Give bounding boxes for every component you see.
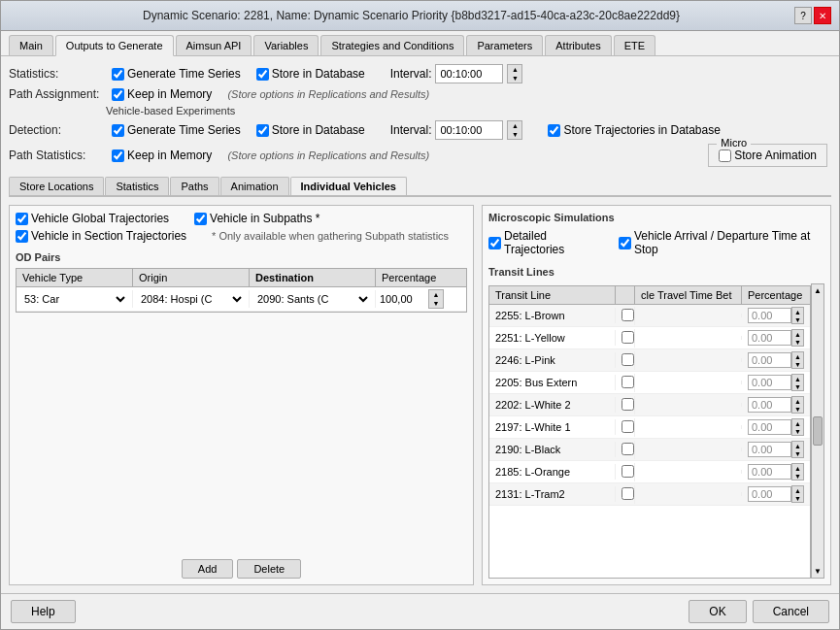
transit-spinner-7[interactable]: ▲▼: [791, 463, 804, 481]
od-th-percentage: Percentage: [376, 269, 466, 286]
od-percentage-spinner[interactable]: ▲ ▼: [428, 289, 444, 309]
generate-ts-checkbox[interactable]: [112, 68, 124, 81]
od-vehicle-select[interactable]: 53: Car: [20, 292, 128, 306]
transit-spinner-6[interactable]: ▲▼: [791, 441, 804, 458]
od-destination-select[interactable]: 2090: Sants (C: [253, 292, 371, 306]
transit-check-6[interactable]: [616, 441, 635, 459]
help-button[interactable]: Help: [11, 600, 76, 623]
transit-spinner-8[interactable]: ▲▼: [791, 485, 804, 503]
detection-interval-input[interactable]: [435, 120, 503, 140]
transit-pct-3[interactable]: ▲▼: [742, 372, 810, 393]
store-traj-checkbox[interactable]: [548, 124, 560, 137]
tab-attributes[interactable]: Attributes: [545, 35, 611, 55]
inner-tab-individual-vehicles[interactable]: Individual Vehicles: [290, 177, 407, 195]
transit-check-4[interactable]: [616, 396, 635, 414]
keep-memory-checkbox[interactable]: [112, 88, 124, 101]
ok-button[interactable]: OK: [689, 600, 746, 623]
vehicle-arrival-check[interactable]: Vehicle Arrival / Departure Time at Stop: [619, 229, 824, 256]
vehicle-section-check[interactable]: Vehicle in Section Trajectories: [16, 229, 186, 243]
transit-check-0[interactable]: [616, 307, 635, 325]
od-origin-select[interactable]: 2084: Hospi (C: [137, 292, 245, 306]
vehicle-subpaths-check[interactable]: Vehicle in Subpaths *: [194, 212, 319, 225]
transit-pct-1[interactable]: ▲▼: [742, 327, 810, 348]
vehicle-global-check[interactable]: Vehicle Global Trajectories: [16, 212, 169, 225]
detailed-traj-check[interactable]: Detailed Trajectories: [488, 229, 603, 256]
transit-spinner-4[interactable]: ▲▼: [791, 396, 804, 414]
detection-interval-spinner[interactable]: ▲ ▼: [507, 120, 522, 140]
tab-ete[interactable]: ETE: [614, 35, 655, 55]
interval-input[interactable]: [435, 64, 503, 83]
vehicle-subpaths-checkbox[interactable]: [194, 213, 207, 225]
transit-spinner-3[interactable]: ▲▼: [791, 374, 804, 391]
generate-ts-check[interactable]: Generate Time Series: [112, 67, 241, 81]
transit-spinner-0[interactable]: ▲▼: [791, 307, 804, 324]
transit-row-1: 2251: L-Yellow ▲▼: [489, 327, 810, 349]
transit-check-5[interactable]: [616, 418, 635, 437]
tab-parameters[interactable]: Parameters: [466, 35, 543, 55]
transit-check-1[interactable]: [616, 329, 635, 348]
transit-spinner-1[interactable]: ▲▼: [791, 329, 804, 347]
vehicle-section-checkbox[interactable]: [16, 230, 28, 243]
store-animation-check[interactable]: Store Animation: [719, 149, 817, 162]
inner-tab-animation[interactable]: Animation: [220, 177, 289, 195]
tab-aimsun[interactable]: Aimsun API: [176, 35, 252, 55]
od-cell-vehicle[interactable]: 53: Car: [17, 290, 133, 308]
delete-button[interactable]: Delete: [237, 559, 301, 579]
detailed-traj-checkbox[interactable]: [488, 237, 501, 249]
store-traj-check[interactable]: Store Trajectories in Database: [548, 123, 720, 137]
od-cell-origin[interactable]: 2084: Hospi (C: [133, 290, 250, 308]
tab-strategies[interactable]: Strategies and Conditions: [320, 35, 464, 55]
store-db-check[interactable]: Store in Database: [256, 67, 365, 81]
transit-pct-4[interactable]: ▲▼: [742, 394, 810, 415]
od-percentage-input[interactable]: [380, 293, 428, 305]
transit-check-3[interactable]: [616, 374, 635, 392]
inner-tab-paths[interactable]: Paths: [170, 177, 218, 195]
vehicle-arrival-checkbox[interactable]: [619, 237, 631, 249]
transit-pct-5[interactable]: ▲▼: [742, 416, 810, 438]
vehicle-global-checkbox[interactable]: [16, 213, 28, 225]
transit-check-2[interactable]: [616, 351, 635, 370]
od-cell-destination[interactable]: 2090: Sants (C: [250, 290, 376, 308]
tab-main[interactable]: Main: [9, 35, 53, 55]
transit-table: Transit Line cle Travel Time Bet Percent…: [488, 285, 811, 579]
path-statistics-row: Path Statistics: Keep in Memory (Store o…: [9, 144, 831, 167]
transit-spinner-5[interactable]: ▲▼: [791, 418, 804, 436]
transit-check-8[interactable]: [616, 485, 635, 504]
od-th-origin: Origin: [133, 269, 250, 286]
interval-spinner[interactable]: ▲ ▼: [507, 64, 522, 83]
detection-generate-ts-check[interactable]: Generate Time Series: [112, 123, 241, 137]
detection-store-db-check[interactable]: Store in Database: [256, 123, 365, 137]
path-keep-memory-checkbox[interactable]: [112, 149, 124, 162]
inner-tab-statistics[interactable]: Statistics: [105, 177, 169, 195]
tab-variables[interactable]: Variables: [253, 35, 319, 55]
detection-generate-ts-checkbox[interactable]: [112, 124, 124, 137]
od-pairs-label: OD Pairs: [16, 251, 60, 263]
transit-pct-0[interactable]: ▲▼: [742, 305, 810, 326]
scroll-thumb[interactable]: [813, 416, 823, 446]
detection-store-db-checkbox[interactable]: [256, 124, 269, 137]
path-keep-memory-check[interactable]: Keep in Memory: [112, 149, 212, 162]
inner-tab-store-locations[interactable]: Store Locations: [9, 177, 104, 195]
keep-memory-check[interactable]: Keep in Memory: [112, 87, 212, 101]
od-cell-percentage[interactable]: ▲ ▼: [376, 287, 466, 311]
detection-label: Detection:: [9, 123, 106, 137]
transit-spinner-2[interactable]: ▲▼: [791, 351, 804, 369]
scroll-up-icon[interactable]: ▲: [814, 286, 822, 295]
transit-pct-6[interactable]: ▲▼: [742, 439, 810, 460]
store-animation-checkbox[interactable]: [719, 149, 731, 162]
transit-travel-4: [635, 403, 742, 407]
transit-pct-2[interactable]: ▲▼: [742, 349, 810, 371]
help-icon-btn[interactable]: ?: [794, 7, 812, 24]
transit-pct-7[interactable]: ▲▼: [742, 461, 810, 482]
scroll-down-icon[interactable]: ▼: [814, 567, 822, 576]
add-button[interactable]: Add: [182, 559, 234, 579]
store-db-checkbox[interactable]: [256, 68, 269, 81]
od-table-buttons: Add Delete: [16, 559, 467, 579]
close-button[interactable]: ✕: [814, 7, 831, 24]
transit-check-7[interactable]: [616, 463, 635, 481]
cancel-button[interactable]: Cancel: [753, 600, 829, 623]
od-th-destination: Destination: [250, 269, 376, 286]
tab-outputs[interactable]: Outputs to Generate: [55, 35, 174, 56]
transit-scrollbar[interactable]: ▲ ▼: [811, 283, 824, 579]
transit-pct-8[interactable]: ▲▼: [742, 483, 810, 505]
